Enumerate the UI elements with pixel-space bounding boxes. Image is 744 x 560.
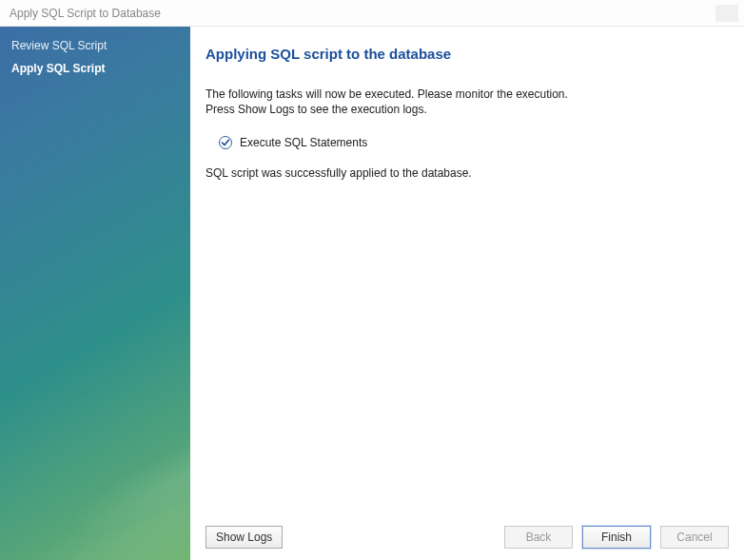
page-heading: Applying SQL script to the database xyxy=(206,46,729,62)
checkmark-icon xyxy=(219,136,232,149)
sidebar-step-label: Review SQL Script xyxy=(11,39,107,52)
instruction-text: The following tasks will now be executed… xyxy=(206,87,729,117)
task-row: Execute SQL Statements xyxy=(219,136,729,149)
cancel-button: Cancel xyxy=(660,526,729,549)
sidebar-step-apply[interactable]: Apply SQL Script xyxy=(10,57,181,80)
instruction-line: Press Show Logs to see the execution log… xyxy=(206,102,729,117)
window-titlebar: Apply SQL Script to Database xyxy=(0,0,744,27)
show-logs-button[interactable]: Show Logs xyxy=(206,526,283,549)
window-close-button[interactable] xyxy=(715,5,738,22)
finish-button[interactable]: Finish xyxy=(582,526,651,549)
instruction-line: The following tasks will now be executed… xyxy=(206,87,729,102)
sidebar-step-label: Apply SQL Script xyxy=(11,62,105,75)
back-button: Back xyxy=(504,526,573,549)
button-bar: Show Logs Back Finish Cancel xyxy=(206,526,729,549)
task-label: Execute SQL Statements xyxy=(240,136,367,149)
status-message: SQL script was successfully applied to t… xyxy=(206,166,729,180)
wizard-sidebar: Review SQL Script Apply SQL Script xyxy=(0,27,190,560)
main-panel: Applying SQL script to the database The … xyxy=(190,27,744,560)
window-title: Apply SQL Script to Database xyxy=(10,7,161,20)
sidebar-step-review[interactable]: Review SQL Script xyxy=(10,34,181,57)
